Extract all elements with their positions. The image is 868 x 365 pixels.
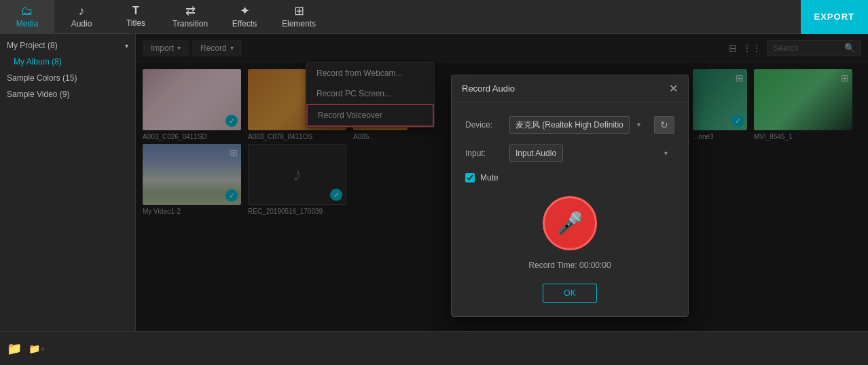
sidebar-item-my-album-label: My Album (8) <box>14 57 62 66</box>
toolbar-effects[interactable]: ✦ Effects <box>217 0 272 34</box>
mute-label: Mute <box>480 173 499 182</box>
input-row: Input: Input Audio <box>465 145 674 162</box>
modal-overlay: Record Audio ✕ Device: 麦克风 (Realtek High… <box>136 34 868 331</box>
device-label: Device: <box>465 120 503 130</box>
toolbar-elements[interactable]: ⊞ Elements <box>272 0 326 34</box>
sidebar-item-sample-colors[interactable]: Sample Colors (15) <box>0 70 135 86</box>
main-area: My Project (8) ▾ My Album (8) Sample Col… <box>0 34 868 331</box>
main-toolbar: 🗂 Media ♪ Audio T Titles ⇄ Transition ✦ … <box>0 0 868 34</box>
sidebar-item-my-project-label: My Project (8) <box>7 41 58 50</box>
input-select[interactable]: Input Audio <box>509 145 563 162</box>
microphone-icon: 🎤 <box>556 210 583 236</box>
content-area: Import ▾ Record ▾ ⊟ ⋮⋮ 🔍 Record from Web… <box>136 34 868 331</box>
media-label: Media <box>16 19 39 28</box>
modal-close-button[interactable]: ✕ <box>669 82 678 95</box>
audio-icon: ♪ <box>79 5 85 17</box>
sidebar-item-sample-video-label: Sample Video (9) <box>7 90 70 99</box>
new-folder-icon[interactable]: 📁 <box>7 341 22 356</box>
input-select-wrapper: Input Audio <box>509 145 674 162</box>
titles-icon: T <box>132 5 139 16</box>
mute-row: Mute <box>465 173 674 182</box>
collapse-arrow-icon: ▾ <box>125 42 128 50</box>
effects-label: Effects <box>232 19 257 28</box>
transition-icon: ⇄ <box>185 5 196 17</box>
sidebar-item-sample-colors-label: Sample Colors (15) <box>7 73 77 83</box>
modal-header: Record Audio ✕ <box>452 75 688 102</box>
record-mic-button[interactable]: 🎤 <box>543 196 597 250</box>
mute-checkbox[interactable] <box>465 173 475 182</box>
device-row: Device: 麦克风 (Realtek High Definitio ↻ <box>465 116 674 134</box>
media-icon: 🗂 <box>21 5 33 17</box>
elements-icon: ⊞ <box>294 5 304 17</box>
device-select-wrapper: 麦克风 (Realtek High Definitio <box>509 116 647 134</box>
sidebar-item-my-project[interactable]: My Project (8) ▾ <box>0 37 135 54</box>
transition-label: Transition <box>173 19 208 28</box>
sidebar: My Project (8) ▾ My Album (8) Sample Col… <box>0 34 136 331</box>
record-time: Record Time: 00:00:00 <box>465 261 674 270</box>
modal-body: Device: 麦克风 (Realtek High Definitio ↻ In… <box>452 102 688 316</box>
record-audio-modal: Record Audio ✕ Device: 麦克风 (Realtek High… <box>451 75 689 317</box>
audio-label: Audio <box>71 19 92 28</box>
elements-label: Elements <box>282 19 316 28</box>
input-label: Input: <box>465 149 503 158</box>
sidebar-item-sample-video[interactable]: Sample Video (9) <box>0 86 135 102</box>
ok-button[interactable]: OK <box>543 284 596 303</box>
refresh-button[interactable]: ↻ <box>654 116 674 134</box>
add-folder-icon[interactable]: 📁+ <box>29 343 46 354</box>
titles-label: Titles <box>126 18 145 28</box>
export-button[interactable]: EXPORT <box>801 0 868 34</box>
bottom-bar: 📁 📁+ <box>0 331 868 365</box>
toolbar-titles[interactable]: T Titles <box>109 0 163 34</box>
effects-icon: ✦ <box>240 5 250 17</box>
device-select[interactable]: 麦克风 (Realtek High Definitio <box>509 116 630 134</box>
sidebar-item-my-album[interactable]: My Album (8) <box>0 54 135 70</box>
toolbar-media[interactable]: 🗂 Media <box>0 0 54 34</box>
toolbar-audio[interactable]: ♪ Audio <box>54 0 109 34</box>
toolbar-transition[interactable]: ⇄ Transition <box>163 0 217 34</box>
modal-title: Record Audio <box>462 83 515 94</box>
